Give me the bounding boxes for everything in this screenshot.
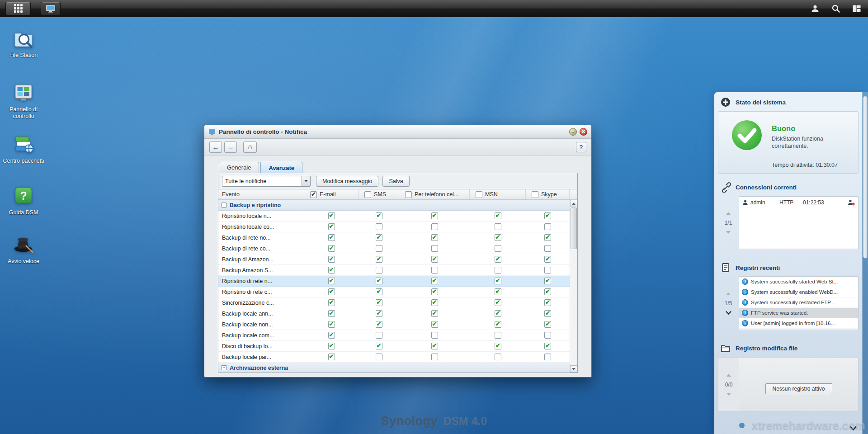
event-checkbox[interactable] [495,332,501,339]
desktop-icon-file-station[interactable]: File Station [2,28,45,59]
event-row[interactable]: Backup di Amazon... [218,254,570,265]
event-checkbox[interactable] [431,256,438,263]
event-checkbox[interactable] [544,354,551,360]
event-checkbox[interactable] [376,245,382,252]
event-checkbox[interactable] [376,343,382,349]
event-checkbox[interactable] [431,310,438,317]
event-checkbox[interactable] [495,354,501,360]
event-checkbox[interactable] [376,223,382,230]
help-button[interactable]: ? [576,142,586,152]
event-checkbox[interactable] [376,212,382,219]
column-header-evento[interactable]: Evento [218,189,304,199]
event-checkbox[interactable] [431,288,438,295]
event-checkbox[interactable] [495,310,501,317]
event-checkbox[interactable] [328,310,335,317]
event-checkbox[interactable] [495,288,501,295]
event-checkbox[interactable] [544,343,551,349]
event-checkbox[interactable] [328,256,335,263]
event-checkbox[interactable] [328,343,335,349]
event-checkbox[interactable] [376,234,382,241]
event-row[interactable]: Backup locale non... [218,319,570,330]
event-checkbox[interactable] [495,321,501,328]
connection-row[interactable]: admin HTTP 01:22:53 [739,197,858,208]
window-titlebar[interactable]: Pannello di controllo - Notifica – ✕ [204,125,591,139]
event-checkbox[interactable] [431,332,438,339]
column-header-per-telefono-cel[interactable]: Per telefono cel... [399,189,470,199]
main-menu-button[interactable] [5,2,31,15]
save-button[interactable]: Salva [382,176,409,187]
event-checkbox[interactable] [431,354,438,360]
event-checkbox[interactable] [495,223,501,230]
event-checkbox[interactable] [328,212,335,219]
tab-generale[interactable]: Generale [219,162,259,173]
column-header-msn[interactable]: MSN [470,189,526,199]
event-checkbox[interactable] [328,299,335,306]
log-item[interactable]: iSystem successfully restarted FTP... [739,297,858,308]
event-row[interactable]: Disco di backup lo... [218,341,570,352]
forward-button[interactable]: → [224,142,237,153]
header-checkbox-sms[interactable] [364,191,371,198]
event-checkbox[interactable] [431,212,438,219]
event-row[interactable]: Backup di rete no... [218,232,570,243]
event-checkbox[interactable] [495,267,501,274]
event-checkbox[interactable] [431,223,438,230]
event-checkbox[interactable] [328,245,335,252]
event-row[interactable]: Backup di rete co... [218,243,570,254]
show-desktop-button[interactable] [41,2,61,15]
header-checkbox-per-telefono-cel[interactable] [405,191,412,198]
event-checkbox[interactable] [431,278,438,284]
column-header-skype[interactable]: Skype [526,189,570,199]
event-checkbox[interactable] [376,288,382,295]
event-row[interactable]: Ripristino locale co... [218,222,570,232]
panel-scroll-down-icon[interactable] [850,424,857,431]
event-checkbox[interactable] [431,299,438,306]
show-widgets-button[interactable] [851,3,863,14]
event-checkbox[interactable] [544,288,551,295]
event-checkbox[interactable] [328,354,335,360]
event-checkbox[interactable] [328,223,335,230]
event-checkbox[interactable] [431,234,438,241]
notification-filter-select[interactable]: Tutte le notifiche [222,176,311,187]
page-down-icon[interactable] [726,309,731,315]
event-checkbox[interactable] [376,267,382,274]
search-button[interactable] [830,3,842,14]
column-header-sms[interactable]: SMS [359,189,399,199]
desktop-icon-control-panel[interactable]: Pannello di controllo [2,82,45,120]
event-checkbox[interactable] [495,212,501,219]
event-checkbox[interactable] [431,343,438,349]
event-row[interactable]: Backup locale par... [218,352,570,363]
event-checkbox[interactable] [544,234,551,241]
event-checkbox[interactable] [328,288,335,295]
event-row[interactable]: Ripristino di rete n... [218,276,570,287]
event-row[interactable]: Backup locale com... [218,330,570,341]
header-checkbox-skype[interactable] [532,191,538,198]
collapse-icon[interactable] [222,365,226,370]
desktop-scrollbar[interactable] [862,92,868,434]
home-button[interactable]: ⌂ [243,142,257,153]
event-checkbox[interactable] [328,234,335,241]
event-row[interactable]: Ripristino locale n... [218,211,570,222]
event-checkbox[interactable] [544,212,551,219]
page-down-icon[interactable] [726,231,731,234]
event-checkbox[interactable] [544,299,551,306]
scroll-down-button[interactable] [570,365,577,373]
chevron-down-icon[interactable] [302,176,310,186]
event-checkbox[interactable] [376,332,382,339]
event-checkbox[interactable] [328,332,335,339]
event-checkbox[interactable] [544,310,551,317]
event-checkbox[interactable] [544,267,551,274]
scroll-up-button[interactable] [570,200,577,207]
page-up-icon[interactable] [726,292,731,295]
tab-avanzate[interactable]: Avanzate [260,162,302,173]
event-checkbox[interactable] [431,321,438,328]
event-checkbox[interactable] [495,245,501,252]
event-checkbox[interactable] [544,321,551,328]
event-row[interactable]: Ripristino di rete c... [218,287,570,297]
scrollbar-thumb[interactable] [863,96,868,259]
event-checkbox[interactable] [376,256,382,263]
close-button[interactable]: ✕ [580,128,587,136]
group-row[interactable]: Archiviazione esterna [218,363,570,373]
event-checkbox[interactable] [544,245,551,252]
group-row[interactable]: Backup e ripristino [218,200,570,211]
page-down-icon[interactable] [726,393,731,396]
